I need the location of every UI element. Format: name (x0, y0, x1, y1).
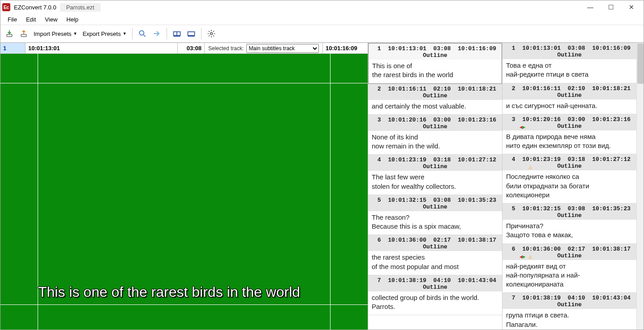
find-button[interactable] (136, 27, 149, 40)
menu-file[interactable]: File (4, 15, 21, 24)
timecode-in[interactable]: 10:01:13:01 (26, 43, 178, 53)
subtitle-item[interactable]: 4 10:01:23:19 03:18 10:01:27:12Outline⚠П… (502, 154, 636, 204)
subtitle-header: 2 10:01:16:11 02:10 10:01:18:21Outline (502, 83, 636, 100)
subtitle-item[interactable]: 5 10:01:32:15 03:08 10:01:35:23OutlineПр… (502, 204, 636, 244)
subtitle-header: 3 10:01:20:16 03:00 10:01:23:16Outline (368, 115, 502, 131)
layout-single-button[interactable] (185, 27, 197, 40)
svg-rect-1 (21, 35, 26, 37)
content-area: 1 10:01:13:01 03:08 Selected track: Main… (0, 43, 644, 330)
subtitle-text[interactable]: група птици в света. Папагали. (502, 309, 636, 330)
safe-area-guide (0, 83, 368, 83)
subtitle-text[interactable]: collected group of birds in the world. P… (368, 291, 502, 315)
subtitle-text[interactable]: The reason? Because this is a spix macaw… (368, 211, 502, 235)
subtitle-text[interactable]: В дивата природа вече няма нито един екз… (502, 130, 636, 154)
export-button[interactable] (17, 27, 30, 40)
subtitle-index[interactable]: 1 (0, 43, 26, 53)
track-select[interactable]: Main subtitles track (246, 44, 319, 53)
import-button[interactable] (3, 27, 16, 40)
subtitle-text[interactable]: the rarest species of the most popular a… (368, 251, 502, 275)
subtitle-item[interactable]: 1 10:01:13:01 03:08 10:01:16:09OutlineTh… (368, 43, 502, 84)
subtitle-column-source: 1 10:01:13:01 03:08 10:01:16:09OutlineTh… (368, 43, 502, 330)
subtitle-text[interactable]: None of its kind now remain in the wild. (368, 131, 502, 155)
minimize-button[interactable]: — (580, 0, 601, 14)
timecode-out[interactable]: 10:01:16:09 (323, 43, 368, 53)
subtitle-item[interactable]: 3 10:01:20:16 03:00 10:01:23:16Outline◀▶… (502, 114, 636, 155)
toolbar-separator (132, 28, 133, 39)
subtitle-header: 4 10:01:23:19 03:18 10:01:27:12Outline (368, 155, 502, 171)
duration[interactable]: 03:08 (178, 43, 205, 53)
diff-marker-icon: ◀▶ (519, 254, 525, 260)
subtitle-item[interactable]: 4 10:01:23:19 03:18 10:01:27:12OutlineTh… (368, 155, 502, 195)
subtitle-item[interactable]: 3 10:01:20:16 03:00 10:01:23:16OutlineNo… (368, 115, 502, 155)
scrollbar[interactable] (636, 43, 644, 330)
safe-area-guide (330, 54, 331, 330)
subtitle-header: 1 10:01:13:01 03:08 10:01:16:09Outline (369, 43, 502, 60)
goto-button[interactable] (150, 27, 163, 40)
menu-edit[interactable]: Edit (22, 15, 39, 24)
subtitle-item[interactable]: 2 10:01:16:11 02:10 10:01:18:21Outlineи … (502, 83, 636, 114)
subtitle-text[interactable]: Последните няколко са били откраднати за… (502, 170, 636, 203)
settings-button[interactable] (205, 27, 218, 40)
subtitle-list-pane: 1 10:01:13:01 03:08 10:01:16:09OutlineTh… (368, 43, 644, 330)
subtitle-header: 6 10:01:36:00 02:17 10:01:38:17Outline (368, 235, 502, 251)
subtitle-header: 7 10:01:38:19 04:10 10:01:43:04Outline (368, 275, 502, 291)
subtitle-header: 5 10:01:32:15 03:08 10:01:35:23Outline (368, 195, 502, 211)
subtitle-item[interactable]: 1 10:01:13:01 03:08 10:01:16:09OutlineТо… (502, 43, 636, 83)
subtitle-item[interactable]: 2 10:01:16:11 02:10 10:01:18:21Outlinean… (368, 84, 502, 115)
subtitle-header: 3 10:01:20:16 03:00 10:01:23:16Outline◀▶ (502, 114, 636, 130)
window-controls: — ☐ ✕ (580, 0, 642, 14)
subtitle-header: 4 10:01:23:19 03:18 10:01:27:12Outline⚠ (502, 154, 636, 170)
subtitle-header: 5 10:01:32:15 03:08 10:01:35:23Outline (502, 204, 636, 220)
warning-icon: ⚠ (528, 253, 532, 261)
subtitle-item[interactable]: 7 10:01:38:19 04:10 10:01:43:04Outlineco… (368, 275, 502, 316)
toolbar-separator (201, 28, 202, 39)
subtitle-text[interactable]: The last few were stolen for wealthy col… (368, 171, 502, 195)
menu-help[interactable]: Help (63, 15, 82, 24)
subtitle-item[interactable]: 6 10:01:36:00 02:17 10:01:38:17Outlineth… (368, 235, 502, 275)
subtitle-item[interactable]: 6 10:01:36:00 02:17 10:01:38:17Outline◀▶… (502, 244, 636, 293)
video-preview[interactable]: This is one of the rarest birds in the w… (0, 54, 368, 330)
diff-marker-icon: ◀▶ (519, 124, 525, 130)
track-label: Selected track: (208, 45, 244, 52)
menubar: File Edit View Help (0, 14, 644, 25)
subtitle-header: 1 10:01:13:01 03:08 10:01:16:09Outline (502, 43, 636, 59)
track-selector: Selected track: Main subtitles track (205, 43, 323, 53)
subtitle-column-target: 1 10:01:13:01 03:08 10:01:16:09OutlineТо… (502, 43, 636, 330)
subtitle-text[interactable]: най-редкият вид от най-популярната и най… (502, 260, 636, 293)
menu-view[interactable]: View (41, 15, 61, 24)
document-tab[interactable]: Parrots.ezt (60, 3, 101, 12)
toolbar: Import Presets▼ Export Presets▼ (0, 25, 644, 43)
subtitle-header: 6 10:01:36:00 02:17 10:01:38:17Outline◀▶… (502, 244, 636, 260)
subtitle-header: 7 10:01:38:19 04:10 10:01:43:04Outline (502, 293, 636, 309)
app-logo-icon: Ec (2, 3, 10, 11)
left-pane: 1 10:01:13:01 03:08 Selected track: Main… (0, 43, 368, 330)
svg-rect-6 (188, 32, 194, 35)
subtitle-text[interactable]: Причината? Защото това е макак, (502, 220, 636, 243)
subtitle-item[interactable]: 7 10:01:38:19 04:10 10:01:43:04Outlineгр… (502, 293, 636, 330)
subtitle-text[interactable]: This is one of the rarest birds in the w… (369, 60, 502, 83)
warning-icon: ⚠ (528, 163, 532, 171)
app-title: EZConvert 7.0.0 (14, 4, 56, 11)
subtitle-item[interactable]: 5 10:01:32:15 03:08 10:01:35:23OutlineTh… (368, 195, 502, 235)
subtitle-text[interactable]: and certainly the most valuable. (368, 100, 502, 114)
toolbar-separator (167, 28, 167, 39)
svg-point-2 (139, 30, 144, 35)
subtitle-text[interactable]: и със сигурност най-ценната. (502, 100, 636, 114)
maximize-button[interactable]: ☐ (601, 0, 621, 14)
app-window: Ec EZConvert 7.0.0 Parrots.ezt — ☐ ✕ Fil… (0, 0, 644, 330)
svg-rect-0 (7, 35, 12, 37)
preview-subtitle-text: This is one of the rarest birds in the w… (38, 282, 300, 302)
timecode-bar: 1 10:01:13:01 03:08 Selected track: Main… (0, 43, 368, 54)
export-presets-dropdown[interactable]: Export Presets▼ (81, 30, 128, 38)
close-button[interactable]: ✕ (621, 0, 642, 14)
titlebar: Ec EZConvert 7.0.0 Parrots.ezt — ☐ ✕ (0, 0, 644, 14)
subtitle-text[interactable]: Това е една от най-редките птици в света (502, 59, 636, 83)
import-presets-dropdown[interactable]: Import Presets▼ (32, 30, 79, 38)
svg-point-8 (210, 33, 212, 35)
layout-dual-button[interactable] (171, 27, 183, 40)
scrollbar-thumb[interactable] (637, 43, 644, 84)
subtitle-header: 2 10:01:16:11 02:10 10:01:18:21Outline (368, 84, 502, 100)
safe-area-guide (0, 304, 368, 305)
